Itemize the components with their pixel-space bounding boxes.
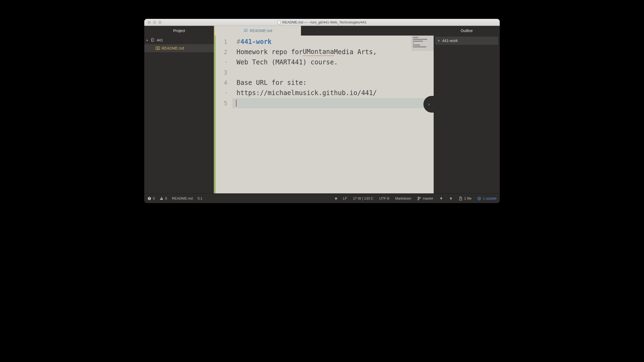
wrap-indicator: • bbox=[215, 57, 232, 67]
svg-rect-6 bbox=[162, 199, 162, 199]
traffic-lights bbox=[144, 21, 162, 24]
minimap-content bbox=[412, 36, 433, 49]
bullet-icon bbox=[438, 40, 440, 41]
code-line[interactable]: https://michaelmusick.github.io/441/ bbox=[232, 88, 434, 98]
text: Web Tech (MART441) course. bbox=[237, 58, 338, 66]
line-number[interactable]: 2 bbox=[215, 47, 232, 57]
editor-pane: README.md 1 2 • 3 4 • 5 # 441-work bbox=[214, 26, 434, 193]
status-git-fetch[interactable] bbox=[439, 197, 443, 200]
status-bar: 0 0 README.md 5:1 LF 17 W | 133 C UTF-8 … bbox=[144, 193, 500, 203]
line-number[interactable]: 5 bbox=[215, 98, 232, 108]
zoom-button[interactable] bbox=[158, 21, 162, 24]
tree-file-readme[interactable]: README.md bbox=[144, 44, 214, 52]
outline-panel: Outline 441-work bbox=[434, 26, 500, 193]
code-line[interactable]: Base URL for site: bbox=[232, 78, 434, 88]
wrap-indicator: • bbox=[215, 88, 232, 98]
book-icon bbox=[244, 29, 248, 33]
error-count: 0 bbox=[153, 196, 155, 200]
code-area[interactable]: # 441-work Homework repo for UMontana Me… bbox=[232, 36, 434, 193]
svg-rect-4 bbox=[149, 199, 150, 200]
minimap[interactable] bbox=[412, 36, 434, 51]
chevron-down-icon: ▾ bbox=[146, 39, 149, 42]
tab-readme[interactable]: README.md bbox=[215, 26, 301, 36]
markdown-hash: # bbox=[237, 38, 240, 46]
outline-list: 441-work bbox=[434, 36, 500, 46]
line-number[interactable]: 1 bbox=[215, 37, 232, 47]
body-area: Project ▾ 441 README.md bbox=[144, 26, 500, 193]
root-label: 441 bbox=[157, 38, 163, 42]
text: Media Arts, bbox=[334, 48, 377, 56]
status-encoding[interactable]: UTF-8 bbox=[379, 196, 389, 200]
code-line[interactable]: # 441-work bbox=[232, 37, 434, 47]
editor-content[interactable]: 1 2 • 3 4 • 5 # 441-work Homework repo f… bbox=[215, 36, 434, 193]
title-label: README.md — ~/um_git/441-Web_Technologie… bbox=[282, 20, 366, 24]
tab-label: README.md bbox=[250, 29, 272, 33]
code-line-current[interactable] bbox=[232, 98, 434, 108]
outline-item-label: 441-work bbox=[442, 39, 458, 43]
file-icon bbox=[459, 197, 463, 200]
code-line[interactable] bbox=[232, 67, 434, 78]
code-line[interactable]: Homework repo for UMontana Media Arts, bbox=[232, 47, 434, 57]
error-icon bbox=[148, 197, 151, 200]
tree-root-folder[interactable]: ▾ 441 bbox=[144, 36, 214, 44]
status-git-branch[interactable]: master bbox=[417, 196, 433, 200]
text: https://michaelmusick.github.io/441/ bbox=[237, 89, 377, 97]
svg-rect-3 bbox=[149, 197, 150, 199]
svg-point-7 bbox=[418, 197, 419, 198]
minimize-button[interactable] bbox=[153, 21, 156, 24]
markdown-heading: 441-work bbox=[240, 38, 272, 46]
project-panel: Project ▾ 441 README.md bbox=[144, 26, 214, 193]
svg-rect-5 bbox=[162, 198, 162, 199]
svg-point-8 bbox=[418, 199, 419, 200]
warning-icon bbox=[160, 197, 163, 200]
status-language[interactable]: Markdown bbox=[395, 196, 411, 200]
status-changed-files[interactable]: 1 file bbox=[459, 196, 471, 200]
status-filename[interactable]: README.md bbox=[172, 196, 193, 200]
gutter: 1 2 • 3 4 • 5 bbox=[215, 36, 232, 193]
status-package-updates[interactable]: 1 update bbox=[477, 196, 496, 200]
arrow-down-icon bbox=[439, 197, 443, 200]
window-title: README.md — ~/um_git/441-Web_Technologie… bbox=[278, 20, 366, 24]
status-left: 0 0 README.md 5:1 bbox=[148, 196, 203, 200]
svg-rect-0 bbox=[152, 39, 154, 41]
titlebar[interactable]: README.md — ~/um_git/441-Web_Technologie… bbox=[144, 19, 500, 26]
status-right: LF 17 W | 133 C UTF-8 Markdown master bbox=[335, 196, 496, 200]
status-line-ending[interactable]: LF bbox=[343, 196, 347, 200]
file-tree: ▾ 441 README.md bbox=[144, 36, 214, 193]
diagnostics-errors[interactable]: 0 bbox=[148, 196, 155, 200]
editor-window: README.md — ~/um_git/441-Web_Technologie… bbox=[144, 19, 500, 203]
document-icon bbox=[278, 20, 281, 24]
clean-indicator-icon[interactable] bbox=[335, 197, 337, 200]
text: Base URL for site: bbox=[237, 79, 307, 86]
line-number[interactable]: 4 bbox=[215, 78, 232, 88]
project-header[interactable]: Project bbox=[144, 26, 214, 36]
package-icon bbox=[477, 197, 481, 200]
tab-bar: README.md bbox=[215, 26, 434, 36]
diagnostics-warnings[interactable]: 0 bbox=[160, 196, 167, 200]
book-icon bbox=[156, 46, 160, 50]
files-label: 1 file bbox=[464, 196, 471, 200]
update-label: 1 update bbox=[483, 196, 496, 200]
arrow-up-icon bbox=[449, 197, 453, 200]
git-branch-icon bbox=[417, 197, 421, 200]
code-line[interactable]: Web Tech (MART441) course. bbox=[232, 57, 434, 67]
chevron-right-icon: › bbox=[428, 102, 430, 107]
close-button[interactable] bbox=[148, 21, 151, 24]
svg-point-9 bbox=[419, 197, 420, 198]
repo-icon bbox=[151, 38, 155, 42]
branch-label: master bbox=[423, 196, 433, 200]
text: Homework repo for bbox=[237, 48, 303, 56]
status-cursor-position[interactable]: 5:1 bbox=[198, 196, 203, 200]
warning-count: 0 bbox=[165, 196, 167, 200]
spelling-error: UMontana bbox=[303, 48, 334, 56]
outline-item[interactable]: 441-work bbox=[435, 37, 498, 45]
status-git-push[interactable] bbox=[449, 197, 453, 200]
line-number[interactable]: 3 bbox=[215, 67, 232, 78]
file-label: README.md bbox=[162, 46, 184, 50]
status-word-count[interactable]: 17 W | 133 C bbox=[353, 196, 374, 200]
outline-header[interactable]: Outline bbox=[434, 26, 500, 36]
